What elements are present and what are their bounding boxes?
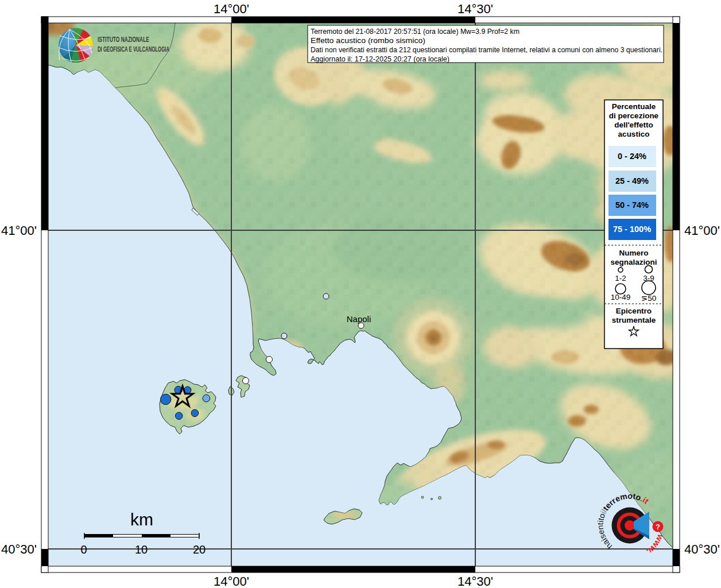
svg-text:ISTITUTO NAZIONALE: ISTITUTO NAZIONALE xyxy=(98,35,149,44)
svg-text:Percentuale: Percentuale xyxy=(612,102,656,111)
svg-text:⋝50: ⋝50 xyxy=(641,294,656,303)
svg-text:0 - 24%: 0 - 24% xyxy=(618,152,646,161)
svg-text:Numero: Numero xyxy=(619,249,648,257)
svg-text:14°30': 14°30' xyxy=(458,2,493,16)
svg-text:Napoli: Napoli xyxy=(347,314,371,324)
svg-text:di percezione: di percezione xyxy=(609,111,659,120)
svg-text:Terremoto del 21-08-2017 20:57: Terremoto del 21-08-2017 20:57:51 (ora l… xyxy=(311,27,520,36)
svg-text:DI GEOFISICA E VULCANOLOGIA: DI GEOFISICA E VULCANOLOGIA xyxy=(98,45,169,53)
svg-text:40°30': 40°30' xyxy=(684,542,720,556)
svg-text:Effetto acustico (rombo sismic: Effetto acustico (rombo sismico) xyxy=(311,36,425,45)
svg-text:10-49: 10-49 xyxy=(611,293,631,301)
svg-text:Aggiornato il: 17-12-2025 20:2: Aggiornato il: 17-12-2025 20:27 (ora loc… xyxy=(311,55,449,63)
svg-text:40°30': 40°30' xyxy=(1,542,37,556)
svg-text:14°00': 14°00' xyxy=(214,2,249,16)
svg-text:14°30': 14°30' xyxy=(458,574,493,588)
svg-text:14°00': 14°00' xyxy=(214,574,249,588)
svg-text:10: 10 xyxy=(135,543,148,556)
svg-text:acustico: acustico xyxy=(618,130,650,138)
svg-text:20: 20 xyxy=(193,543,206,556)
svg-text:75 - 100%: 75 - 100% xyxy=(613,225,651,234)
svg-text:41°00': 41°00' xyxy=(1,223,37,238)
svg-text:segnalazioni: segnalazioni xyxy=(610,258,657,266)
svg-text:Epicentro: Epicentro xyxy=(616,307,652,315)
svg-text:0: 0 xyxy=(80,543,87,556)
svg-text:strumentale: strumentale xyxy=(612,316,656,324)
svg-text:41°00': 41°00' xyxy=(684,223,720,238)
svg-text:50 - 74%: 50 - 74% xyxy=(615,200,649,210)
svg-text:?: ? xyxy=(656,523,660,531)
svg-text:dell'effetto: dell'effetto xyxy=(614,121,653,129)
svg-text:1-2: 1-2 xyxy=(615,274,626,283)
svg-text:Dati non verificati estratti d: Dati non verificati estratti da 212 ques… xyxy=(311,45,662,54)
svg-text:25 - 49%: 25 - 49% xyxy=(615,176,649,185)
svg-text:km: km xyxy=(130,510,153,529)
